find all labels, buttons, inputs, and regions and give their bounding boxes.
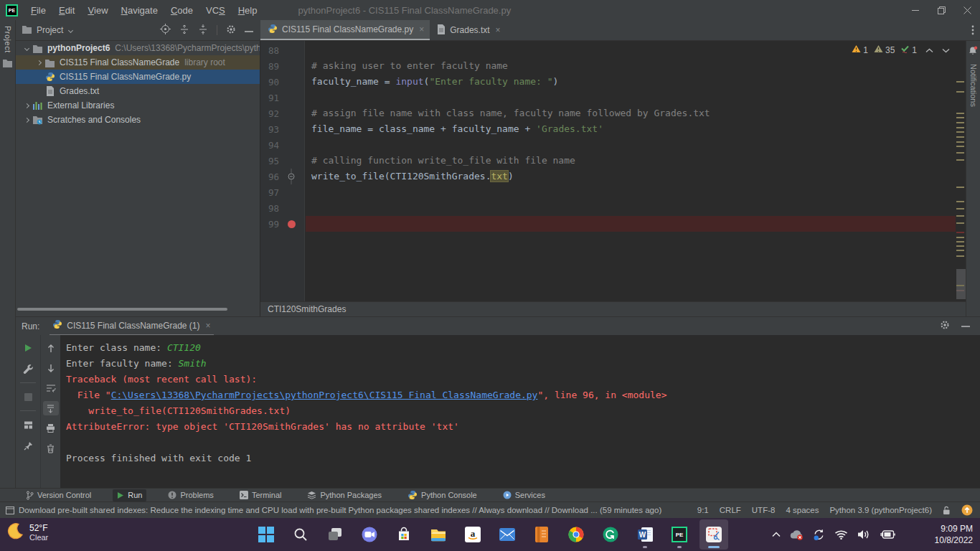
tool-window-button-python-packages[interactable]: Python Packages [303,489,386,501]
layout-button[interactable] [20,418,36,432]
chevron-down-icon[interactable] [68,27,73,32]
analysis-mark[interactable] [956,187,964,188]
notifications-bell-icon[interactable] [969,45,978,58]
status-message[interactable]: Download pre-built shared indexes: Reduc… [19,506,661,514]
tray-battery-icon[interactable] [880,530,895,539]
traceback-file-link[interactable]: C:\Users\13368\PycharmProjects\pythonPro… [111,390,538,400]
taskbar-amazon-icon[interactable]: a [458,519,487,550]
analysis-mark[interactable] [956,91,964,93]
hide-icon[interactable] [961,320,970,332]
analysis-mark[interactable] [956,250,964,251]
tree-row[interactable]: Grades.txt [16,84,260,98]
analysis-mark[interactable] [956,122,964,123]
stop-button[interactable] [20,390,36,404]
taskbar-taskview-icon[interactable] [321,519,349,550]
analysis-mark[interactable] [956,127,964,128]
settings-icon[interactable] [226,24,236,37]
analysis-mark[interactable] [956,215,964,217]
tool-window-button-version-control[interactable]: Version Control [22,489,95,501]
code-area[interactable]: # asking user to enter faculty namefacul… [306,41,956,301]
vertical-scrollbar[interactable] [956,269,966,299]
analysis-mark[interactable] [956,222,964,224]
clear-button[interactable] [43,441,59,456]
weather-widget[interactable]: 52°F Clear [6,522,48,543]
tree-row[interactable]: pythonProject6C:\Users\13368\PycharmProj… [16,41,260,55]
taskbar-grammarly-icon[interactable] [596,519,625,550]
analysis-mark[interactable] [956,141,964,143]
tree-row[interactable]: CIS115 Final ClassNameGradelibrary root [16,55,260,70]
taskbar-word-icon[interactable]: W [631,519,659,550]
close-icon[interactable]: × [419,24,424,34]
breakpoint-dot[interactable] [288,220,296,228]
chevron-right-icon[interactable] [24,117,29,122]
run-tab[interactable]: CIS115 Final ClassNameGrade (1) × [50,317,213,336]
menu-view[interactable]: View [81,0,114,20]
taskbar-start-icon[interactable] [252,519,281,550]
taskbar-store-icon[interactable] [390,519,418,550]
analysis-mark[interactable] [956,245,964,247]
restore-button[interactable] [928,0,954,20]
taskbar-chrome-icon[interactable] [562,519,590,550]
analysis-mark[interactable] [956,136,964,138]
analysis-mark[interactable] [956,208,964,209]
menu-navigate[interactable]: Navigate [115,0,164,20]
taskbar-chat-icon[interactable] [355,519,384,550]
tray-onedrive-icon[interactable] [790,529,804,540]
hide-icon[interactable] [245,25,253,35]
expand-all-icon[interactable] [179,24,189,37]
analysis-mark[interactable] [956,146,964,147]
chevron-right-icon[interactable] [24,103,29,108]
locate-icon[interactable] [160,24,171,37]
arrow-down-button[interactable] [43,361,59,375]
editor-tab[interactable]: CIS115 Final ClassNameGrade.py× [260,20,430,40]
taskbar-pycharm-icon[interactable]: PE [665,519,694,550]
breakpoint-icon[interactable] [279,220,303,228]
kebab-menu-icon[interactable] [971,20,980,40]
tool-window-button-run[interactable]: Run [113,489,146,501]
unlock-icon[interactable] [943,506,951,515]
close-icon[interactable]: × [496,25,501,35]
scroll-end-button[interactable] [43,401,59,415]
tray-volume-icon[interactable] [857,529,871,540]
analysis-mark[interactable] [956,159,964,161]
status-widget[interactable]: 9:1 [697,506,709,514]
analysis-mark[interactable] [956,113,964,114]
run-console[interactable]: Enter class name: CTI120Enter faculty na… [60,335,980,488]
analysis-mark[interactable] [956,237,964,238]
chevron-down-icon[interactable] [24,45,29,50]
analysis-mark[interactable] [956,81,964,83]
notifications-stripe-button[interactable]: Notifications [969,64,978,107]
editor-tab[interactable]: Grades.txt× [430,20,506,40]
tree-row[interactable]: External Libraries [16,98,260,113]
menu-vcs[interactable]: VCS [199,0,232,20]
update-circle-icon[interactable] [961,504,973,516]
tray-sync-icon[interactable] [813,529,825,541]
breadcrumb-item[interactable]: CTI120SmithGrades [268,304,346,314]
tool-window-button-terminal[interactable]: Terminal [235,489,286,501]
horizontal-scrollbar[interactable] [17,308,227,311]
tree-row[interactable]: Scratches and Consoles [16,113,260,127]
analysis-mark[interactable] [956,152,964,154]
settings-wrench-button[interactable] [20,362,36,376]
rerun-button[interactable] [20,341,36,355]
taskbar-clock[interactable]: 9:09 PM 10/8/2022 [935,523,973,546]
project-stripe-button[interactable]: Project [4,26,12,53]
collapse-all-icon[interactable] [198,24,208,37]
status-widget[interactable]: CRLF [720,506,741,514]
print-button[interactable] [43,421,59,435]
status-widget[interactable]: 4 spaces [786,506,819,514]
analysis-mark[interactable] [956,131,964,133]
chevron-right-icon[interactable] [36,60,41,65]
taskbar-search-icon[interactable] [286,519,315,550]
error-stripe[interactable] [956,41,966,301]
arrow-up-button[interactable] [43,341,59,355]
taskbar-snip-icon[interactable] [699,519,728,550]
menu-code[interactable]: Code [164,0,199,20]
code-editor[interactable]: 888990919293949596979899 # asking user t… [260,41,966,301]
close-button[interactable] [954,0,980,20]
analysis-mark[interactable] [956,241,964,242]
status-widget[interactable]: UTF-8 [752,506,776,514]
tool-window-button-services[interactable]: Services [499,489,550,501]
taskbar-mail-icon[interactable] [493,519,522,550]
analysis-mark[interactable] [956,117,964,118]
